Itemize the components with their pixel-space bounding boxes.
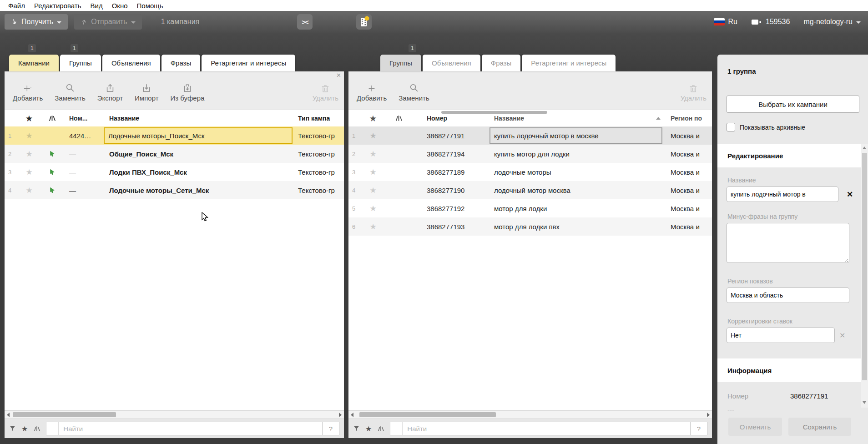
delete-button[interactable]: Удалить <box>313 80 338 102</box>
name-column-header[interactable]: Название <box>104 115 293 122</box>
import-button[interactable]: Импорт <box>135 80 158 102</box>
search-scope-box[interactable] <box>390 422 403 435</box>
tab-groups[interactable]: Группы <box>60 55 101 71</box>
replace-button[interactable]: Заменить <box>55 80 85 102</box>
table-row[interactable]: 2 ★ — Общие_Поиск_Мск Текстово-гр <box>5 145 344 163</box>
star-icon[interactable]: ★ <box>361 204 385 213</box>
save-button[interactable]: Сохранить <box>788 418 851 436</box>
scroll-up-icon[interactable] <box>863 146 866 149</box>
filter-funnel-icon[interactable] <box>353 425 360 432</box>
region-column-header[interactable]: Регион по <box>667 115 712 122</box>
scroll-left-icon[interactable] <box>7 413 10 417</box>
get-button[interactable]: Получить <box>5 14 68 30</box>
vertical-scrollbar[interactable] <box>861 144 868 408</box>
star-icon[interactable]: ★ <box>361 131 385 141</box>
star-icon[interactable]: ★ <box>361 186 385 195</box>
star-icon[interactable]: ★ <box>361 149 385 159</box>
star-icon[interactable]: ★ <box>361 222 385 232</box>
menu-view[interactable]: Вид <box>86 2 107 10</box>
group-name-input[interactable] <box>727 187 838 202</box>
campaign-name-cell[interactable]: Лодочные моторы_Сети_Мск <box>104 182 293 198</box>
menu-help[interactable]: Помощь <box>132 2 168 10</box>
delete-button[interactable]: Удалить <box>681 80 707 102</box>
bid-adjustments-input[interactable] <box>727 328 835 343</box>
menu-window[interactable]: Окно <box>107 2 132 10</box>
account-switcher[interactable]: mg-netology-ru <box>803 18 861 26</box>
scrollbar-thumb[interactable] <box>359 412 496 417</box>
tab-phrases[interactable]: Фразы <box>161 55 201 71</box>
table-row[interactable]: 6 ★ 3868277193 мотор для лодки пвх Москв… <box>348 217 712 236</box>
scrollbar-thumb[interactable] <box>13 412 116 417</box>
column-drag-indicator[interactable] <box>441 111 547 114</box>
tab-retargeting[interactable]: Ретаргетинг и интересы <box>202 55 295 71</box>
select-their-campaigns-button[interactable]: Выбрать их кампании <box>727 96 859 113</box>
cancel-button[interactable]: Отменить <box>728 418 782 436</box>
group-name-cell[interactable]: купить лодочный мотор в москве <box>490 127 662 144</box>
sort-ascending-icon[interactable] <box>656 117 661 120</box>
tab-phrases[interactable]: Фразы <box>482 55 521 71</box>
tab-groups[interactable]: Группы <box>380 55 421 71</box>
scroll-down-icon[interactable] <box>863 401 866 404</box>
region-input[interactable] <box>727 288 849 303</box>
tab-ads[interactable]: Объявления <box>102 55 160 71</box>
table-row[interactable]: 4 ★ — Лодочные моторы_Сети_Мск Текстово-… <box>5 181 344 199</box>
minus-phrases-textarea[interactable] <box>727 223 849 263</box>
collapse-panels-button[interactable]: >< <box>297 14 313 30</box>
tab-retargeting[interactable]: Ретаргетинг и интересы <box>522 55 616 71</box>
status-column-header[interactable] <box>385 115 412 122</box>
status-filter-icon[interactable] <box>33 425 40 432</box>
campaign-name-cell[interactable]: Лодочные моторы_Поиск_Мск <box>104 127 293 144</box>
horizontal-scrollbar[interactable] <box>348 410 712 419</box>
horizontal-scrollbar[interactable] <box>5 410 344 419</box>
filter-funnel-icon[interactable] <box>9 425 16 432</box>
search-input[interactable] <box>59 422 322 435</box>
name-column-header[interactable]: Название <box>485 115 667 122</box>
export-button[interactable]: Экспорт <box>97 80 123 102</box>
number-column-header[interactable]: Ном... <box>64 115 104 122</box>
from-buffer-button[interactable]: Из буфера <box>171 80 205 102</box>
star-icon[interactable]: ★ <box>18 167 40 177</box>
table-row[interactable]: 2 ★ 3868277194 купить мотор для лодки Мо… <box>348 145 712 163</box>
clear-bid-adjustments-icon[interactable]: ✕ <box>839 331 845 340</box>
show-archived-checkbox[interactable] <box>727 123 735 131</box>
scroll-left-icon[interactable] <box>351 413 353 417</box>
table-row[interactable]: 3 ★ — Лодки ПВХ_Поиск_Мск Текстово-гр <box>5 163 344 181</box>
table-row[interactable]: 1 ★ 3868277191 купить лодочный мотор в м… <box>348 126 712 145</box>
tab-ads[interactable]: Объявления <box>423 55 480 71</box>
clear-name-icon[interactable]: ✕ <box>847 190 853 199</box>
star-icon[interactable]: ★ <box>18 149 40 159</box>
search-help-button[interactable]: ? <box>690 422 707 435</box>
campaign-name-cell[interactable]: Общие_Поиск_Мск <box>104 146 293 162</box>
star-column-header[interactable]: ★ <box>18 114 40 123</box>
table-row[interactable]: 4 ★ 3868277190 лодочный мотор москва Мос… <box>348 181 712 199</box>
search-input[interactable] <box>403 422 690 435</box>
tab-campaigns[interactable]: Кампании <box>9 55 59 71</box>
send-button[interactable]: Отправить <box>74 14 141 30</box>
status-filter-icon[interactable] <box>377 425 384 432</box>
scroll-right-icon[interactable] <box>707 413 710 417</box>
type-column-header[interactable]: Тип кампа <box>293 115 344 122</box>
star-filter-icon[interactable]: ★ <box>21 424 28 433</box>
replace-button[interactable]: Заменить <box>399 80 429 102</box>
table-row[interactable]: 3 ★ 3868277189 лодочные моторы Москва и <box>348 163 712 181</box>
scrollbar-thumb[interactable] <box>862 153 867 380</box>
star-filter-icon[interactable]: ★ <box>365 424 372 433</box>
star-icon[interactable]: ★ <box>18 186 40 195</box>
table-row[interactable]: 5 ★ 3868277192 мотор для лодки Москва и <box>348 199 712 217</box>
status-column-header[interactable] <box>40 115 64 122</box>
add-button[interactable]: Добавить <box>357 80 387 102</box>
search-help-button[interactable]: ? <box>322 422 339 435</box>
language-switcher[interactable]: Ru <box>714 18 737 26</box>
panel-corner-icon[interactable]: ✕ <box>336 72 341 79</box>
scroll-right-icon[interactable] <box>339 413 342 417</box>
menu-edit[interactable]: Редактировать <box>30 2 86 10</box>
star-column-header[interactable]: ★ <box>361 114 385 123</box>
table-row[interactable]: 1 ★ 4424… Лодочные моторы_Поиск_Мск Текс… <box>5 126 344 145</box>
campaign-name-cell[interactable]: Лодки ПВХ_Поиск_Мск <box>104 164 293 180</box>
add-button[interactable]: Добавить <box>13 80 43 102</box>
number-column-header[interactable]: Номер <box>412 115 485 122</box>
points-indicator[interactable]: 159536 <box>751 18 790 26</box>
events-button[interactable] <box>356 14 372 30</box>
star-icon[interactable]: ★ <box>361 167 385 177</box>
menu-file[interactable]: Файл <box>4 2 30 10</box>
